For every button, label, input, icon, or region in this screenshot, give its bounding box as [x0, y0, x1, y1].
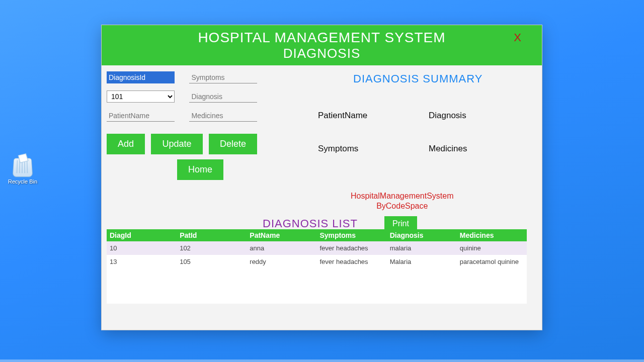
column-header[interactable]: Symptoms [316, 229, 386, 241]
diagnosis-input[interactable] [189, 90, 257, 103]
patient-name-input[interactable] [107, 110, 175, 122]
column-header[interactable]: DiagId [107, 229, 177, 241]
table-cell: 102 [177, 241, 247, 255]
table-cell: Malaria [387, 255, 457, 268]
table-cell: paracetamol quinine [457, 255, 527, 268]
recycle-bin-icon[interactable]: Recycle Bin [8, 157, 38, 185]
credit-text: HospitalManagementSystem ByCodeSpace [351, 191, 454, 211]
summary-label-patientname: PatientName [318, 111, 419, 121]
summary-label-medicines: Medicines [429, 144, 529, 154]
table-cell: 13 [107, 255, 177, 268]
recycle-bin-label: Recycle Bin [8, 178, 38, 185]
add-button[interactable]: Add [107, 134, 145, 154]
update-button[interactable]: Update [151, 134, 202, 154]
diagnosis-grid[interactable]: DiagIdPatIdPatNameSymptomsDiagnosisMedic… [107, 229, 527, 304]
credit-line-2: ByCodeSpace [351, 201, 454, 211]
table-row[interactable]: 13105reddyfever headachesMalariaparaceta… [107, 255, 527, 268]
column-header[interactable]: PatName [247, 229, 316, 241]
title-line-2: DIAGNOSIS [102, 46, 542, 61]
title-bar: HOSPITAL MANAGEMENT SYSTEM DIAGNOSIS X [102, 25, 542, 65]
column-header[interactable]: PatId [177, 229, 247, 241]
table-cell: anna [247, 241, 316, 255]
app-window: HOSPITAL MANAGEMENT SYSTEM DIAGNOSIS X 1… [101, 25, 542, 330]
column-header[interactable]: Diagnosis [387, 229, 457, 241]
close-button[interactable]: X [514, 31, 522, 44]
list-title: DIAGNOSIS LIST [263, 217, 358, 230]
summary-label-symptoms: Symptoms [318, 144, 419, 154]
table-cell: malaria [387, 241, 457, 255]
diagnosis-id-input[interactable] [107, 71, 175, 83]
table-cell: fever headaches [316, 241, 386, 255]
title-line-1: HOSPITAL MANAGEMENT SYSTEM [102, 30, 542, 46]
table-cell: 10 [107, 241, 177, 255]
table-cell: quinine [457, 241, 527, 255]
home-button[interactable]: Home [177, 159, 223, 180]
table-row[interactable]: 10102annafever headachesmalariaquinine [107, 241, 527, 255]
patient-select[interactable]: 101102105 [107, 90, 175, 103]
form-area: 101102105 Add Update Delete Home [107, 71, 268, 185]
summary-title: DIAGNOSIS SUMMARY [353, 72, 482, 85]
table-cell: 105 [177, 255, 247, 268]
credit-line-1: HospitalManagementSystem [351, 191, 454, 201]
summary-grid: PatientName Diagnosis Symptoms Medicines [318, 111, 529, 154]
table-cell: fever headaches [316, 255, 386, 268]
delete-button[interactable]: Delete [209, 134, 257, 154]
summary-label-diagnosis: Diagnosis [429, 111, 529, 121]
symptoms-input[interactable] [189, 71, 257, 83]
taskbar[interactable] [0, 359, 644, 362]
medicines-input[interactable] [189, 110, 257, 122]
column-header[interactable]: Medicines [457, 229, 527, 241]
table-cell: reddy [247, 255, 316, 268]
